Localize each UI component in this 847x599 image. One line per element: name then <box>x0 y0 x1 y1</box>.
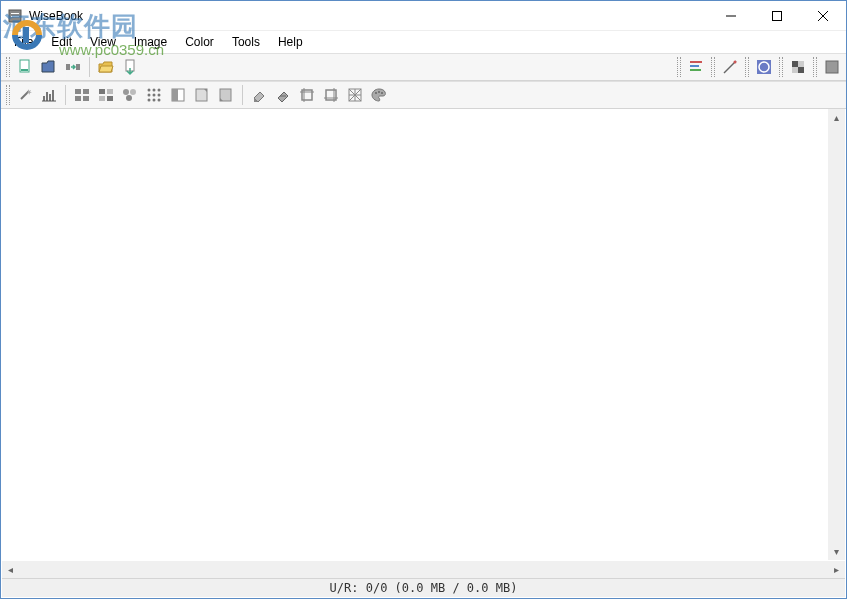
crop2-button[interactable] <box>319 83 343 107</box>
close-button[interactable] <box>800 1 846 30</box>
svg-rect-51 <box>172 89 178 101</box>
checker-button[interactable] <box>786 55 810 79</box>
minimize-button[interactable] <box>708 1 754 30</box>
svg-point-49 <box>158 99 161 102</box>
alignment-button[interactable] <box>684 55 708 79</box>
svg-rect-28 <box>52 90 54 101</box>
toolbar-row-1 <box>1 53 846 81</box>
workspace: ▴ ▾ <box>2 109 845 560</box>
scroll-right-icon[interactable]: ▸ <box>828 561 845 578</box>
open-button[interactable] <box>37 55 61 79</box>
crop1-button[interactable] <box>295 83 319 107</box>
menu-tools[interactable]: Tools <box>223 33 269 51</box>
svg-rect-26 <box>46 92 48 101</box>
titlebar: WiseBook <box>1 1 846 31</box>
svg-rect-9 <box>66 64 70 70</box>
svg-rect-32 <box>75 96 81 101</box>
grid-dots-button[interactable] <box>142 83 166 107</box>
svg-point-47 <box>148 99 151 102</box>
statusbar: U/R: 0/0 (0.0 MB / 0.0 MB) <box>2 578 845 597</box>
svg-point-46 <box>158 94 161 97</box>
separator-icon <box>65 85 66 105</box>
horizontal-scrollbar[interactable]: ◂ ▸ <box>2 561 845 578</box>
folder-open-button[interactable] <box>94 55 118 79</box>
halfpage-button[interactable] <box>166 83 190 107</box>
grip-icon <box>6 85 10 105</box>
wand-button[interactable] <box>13 83 37 107</box>
doc-arrow-button[interactable] <box>118 55 142 79</box>
grip-icon <box>779 57 783 77</box>
histogram-button[interactable] <box>37 83 61 107</box>
window-title: WiseBook <box>29 9 83 23</box>
svg-point-38 <box>123 89 129 95</box>
svg-rect-34 <box>99 89 105 94</box>
grip-icon <box>677 57 681 77</box>
svg-point-67 <box>378 91 380 93</box>
window-controls <box>708 1 846 30</box>
svg-rect-22 <box>798 67 804 73</box>
svg-rect-35 <box>107 89 113 94</box>
toolbar-row-2 <box>1 81 846 109</box>
svg-rect-10 <box>76 64 80 70</box>
svg-rect-25 <box>43 96 45 101</box>
svg-rect-37 <box>107 96 113 101</box>
svg-point-68 <box>381 92 383 94</box>
menu-edit[interactable]: Edit <box>42 33 81 51</box>
svg-point-42 <box>153 89 156 92</box>
menu-help[interactable]: Help <box>269 33 312 51</box>
scroll-down-icon[interactable]: ▾ <box>828 543 845 560</box>
svg-point-66 <box>375 92 377 94</box>
zoom-circle-button[interactable] <box>752 55 776 79</box>
vertical-scrollbar[interactable]: ▴ ▾ <box>828 109 845 560</box>
svg-rect-27 <box>49 94 51 101</box>
svg-point-45 <box>153 94 156 97</box>
svg-rect-1 <box>11 13 19 14</box>
maximize-button[interactable] <box>754 1 800 30</box>
menu-view[interactable]: View <box>81 33 125 51</box>
svg-line-24 <box>21 91 29 99</box>
svg-point-39 <box>130 89 136 95</box>
eraser-button[interactable] <box>247 83 271 107</box>
svg-rect-52 <box>196 89 207 101</box>
grid-a-button[interactable] <box>70 83 94 107</box>
grip-icon <box>6 57 10 77</box>
new-doc-button[interactable] <box>13 55 37 79</box>
grip-icon <box>813 57 817 77</box>
line-tool-button[interactable] <box>718 55 742 79</box>
page-fold-button[interactable] <box>190 83 214 107</box>
page-fold2-button[interactable] <box>214 83 238 107</box>
svg-point-16 <box>734 61 737 64</box>
title-left: WiseBook <box>1 8 83 24</box>
menu-image[interactable]: Image <box>125 33 176 51</box>
molecule-button[interactable] <box>118 83 142 107</box>
svg-rect-31 <box>83 89 89 94</box>
svg-rect-33 <box>83 96 89 101</box>
menubar: File Edit View Image Color Tools Help <box>1 31 846 53</box>
menu-file[interactable]: File <box>5 33 42 51</box>
scroll-up-icon[interactable]: ▴ <box>828 109 845 126</box>
grip-icon <box>711 57 715 77</box>
svg-rect-21 <box>792 67 798 73</box>
svg-rect-30 <box>75 89 81 94</box>
svg-rect-23 <box>826 61 838 73</box>
palette-button[interactable] <box>367 83 391 107</box>
status-text: U/R: 0/0 (0.0 MB / 0.0 MB) <box>330 581 518 595</box>
svg-rect-19 <box>792 61 798 67</box>
grip-icon <box>745 57 749 77</box>
scroll-left-icon[interactable]: ◂ <box>2 561 19 578</box>
menu-color[interactable]: Color <box>176 33 223 51</box>
svg-point-48 <box>153 99 156 102</box>
svg-point-40 <box>126 95 132 101</box>
grid-cross-button[interactable] <box>343 83 367 107</box>
svg-rect-2 <box>11 16 19 17</box>
grid-b-button[interactable] <box>94 83 118 107</box>
svg-rect-4 <box>773 11 782 20</box>
transfer-button[interactable] <box>61 55 85 79</box>
svg-rect-36 <box>99 96 105 101</box>
extra-button[interactable] <box>820 55 844 79</box>
eraser2-button[interactable] <box>271 83 295 107</box>
toolbar1-left-group <box>3 55 142 79</box>
separator-icon <box>89 57 90 77</box>
svg-rect-20 <box>798 61 804 67</box>
separator-icon <box>242 85 243 105</box>
